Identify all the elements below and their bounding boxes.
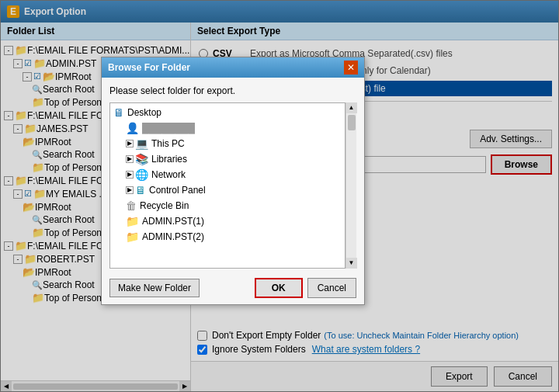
modal-tree-label: ████████ [142,123,195,134]
modal-tree-item-thispc[interactable]: ▶ 💻 This PC [110,136,345,151]
modal-tree-item-control[interactable]: ▶ 🖥 Control Panel [110,182,345,198]
recycle-icon: 🗑 [126,199,137,212]
expand-icon[interactable]: ▶ [126,171,134,179]
expand-icon[interactable]: ▶ [126,140,134,147]
browse-folder-dialog: Browse For Folder ✕ Please select folder… [101,57,365,305]
library-icon: 📚 [135,153,148,165]
expand-icon[interactable]: ▶ [126,155,134,163]
expand-icon[interactable]: ▶ [126,186,134,194]
modal-close-button[interactable]: ✕ [344,61,358,75]
modal-tree-item-admin1[interactable]: 📁 ADMIN.PST(1) [110,213,345,229]
modal-title-bar: Browse For Folder ✕ [102,57,364,78]
scroll-thumb [348,115,356,130]
modal-tree-label: ADMIN.PST(2) [142,231,204,242]
modal-instruction: Please select folder for export. [109,85,356,96]
modal-footer: Make New Folder OK Cancel [102,272,364,304]
modal-tree-item-libraries[interactable]: ▶ 📚 Libraries [110,151,345,167]
modal-tree-label: Desktop [127,107,161,118]
modal-tree-label: ADMIN.PST(1) [142,216,204,227]
modal-tree-label: Control Panel [149,185,206,196]
modal-tree-item-admin2[interactable]: 📁 ADMIN.PST(2) [110,229,345,245]
modal-tree-label: Libraries [151,154,187,165]
cancel-modal-button[interactable]: Cancel [307,278,356,298]
modal-overlay: Browse For Folder ✕ Please select folder… [0,0,559,392]
modal-tree-item-network[interactable]: ▶ 🌐 Network [110,167,345,182]
scroll-up-arrow[interactable]: ▲ [346,102,357,113]
control-panel-icon: 🖥 [135,184,146,196]
network-icon: 🌐 [135,168,148,181]
modal-tree-item-user[interactable]: 👤 ████████ [110,120,345,136]
ok-button[interactable]: OK [255,278,303,298]
modal-tree-label: This PC [151,138,185,149]
computer-icon: 💻 [135,137,148,150]
scroll-down-arrow[interactable]: ▼ [346,258,357,269]
modal-tree-label: Recycle Bin [140,200,189,211]
make-new-folder-button[interactable]: Make New Folder [109,279,200,297]
modal-footer-right: OK Cancel [255,278,356,298]
modal-title: Browse For Folder [108,62,190,73]
modal-body: Please select folder for export. 🖥 Deskt… [102,78,364,272]
folder-admin1-icon: 📁 [126,215,139,227]
modal-tree[interactable]: 🖥 Desktop 👤 ████████ ▶ [109,102,345,269]
modal-tree-label: Network [151,169,186,180]
person-icon: 👤 [126,122,139,134]
modal-tree-item-recycle[interactable]: 🗑 Recycle Bin [110,198,345,213]
modal-scrollbar[interactable]: ▲ ▼ [345,102,356,269]
desktop-icon: 🖥 [113,106,124,119]
folder-admin2-icon: 📁 [126,231,139,243]
modal-tree-item-desktop[interactable]: 🖥 Desktop [110,105,345,120]
modal-tree-container: 🖥 Desktop 👤 ████████ ▶ [109,102,356,269]
